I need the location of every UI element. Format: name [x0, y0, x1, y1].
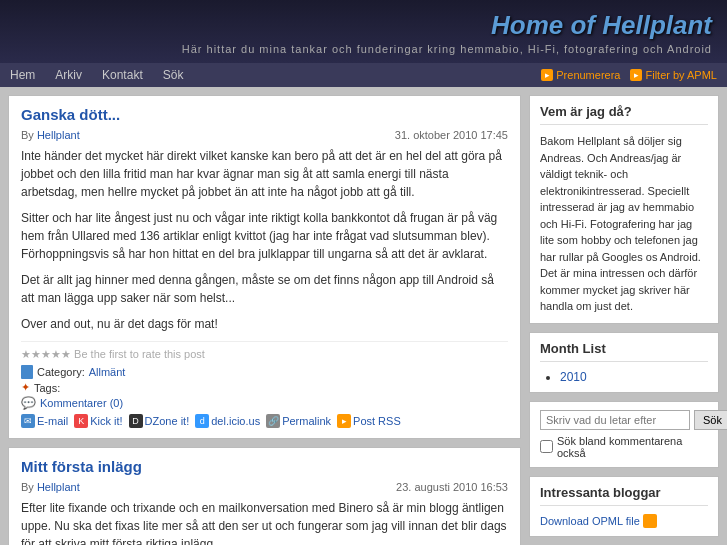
content-wrap: Ganska dött... By Hellplant 31. oktober … — [0, 87, 727, 545]
search-row: Sök — [540, 410, 708, 430]
sidebar: Vem är jag då? Bakom Hellplant så döljer… — [529, 95, 719, 545]
about-title: Vem är jag då? — [540, 104, 708, 125]
main-content: Ganska dött... By Hellplant 31. oktober … — [8, 95, 521, 545]
site-title: Home of Hellplant — [15, 10, 712, 41]
post-author-link-2[interactable]: Hellplant — [37, 481, 80, 493]
search-box: Sök Sök bland kommentarena också — [529, 401, 719, 468]
post-para-1-0: Inte händer det mycket här direkt vilket… — [21, 147, 508, 201]
nav-item-arkiv[interactable]: Arkiv — [45, 63, 92, 87]
permalink-label: Permalink — [282, 415, 331, 427]
delicious-label: del.icio.us — [211, 415, 260, 427]
permalink-icon: 🔗 — [266, 414, 280, 428]
comments-link-1[interactable]: Kommentarer (0) — [40, 397, 123, 409]
filter-apml-link[interactable]: ▸ Filter by APML — [630, 69, 717, 81]
search-comments-checkbox[interactable] — [540, 440, 553, 453]
category-link-1[interactable]: Allmänt — [89, 366, 126, 378]
interesting-blogs-title: Intressanta bloggar — [540, 485, 708, 506]
post-para-1-2: Det är allt jag hinner med denna gången,… — [21, 271, 508, 307]
download-opml-link[interactable]: Download OPML file — [540, 514, 708, 528]
post-author-1: By Hellplant — [21, 129, 80, 141]
star-icons: ★★★★★ — [21, 348, 71, 360]
search-checkbox-row: Sök bland kommentarena också — [540, 435, 708, 459]
email-link[interactable]: ✉ E-mail — [21, 414, 68, 428]
post-title-2[interactable]: Mitt första inlägg — [21, 458, 142, 475]
post-para-1-1: Sitter och har lite ångest just nu och v… — [21, 209, 508, 263]
category-label-1: Category: — [37, 366, 85, 378]
post-date-1: 31. oktober 2010 17:45 — [395, 129, 508, 141]
post-body-1: Inte händer det mycket här direkt vilket… — [21, 147, 508, 333]
kick-label: Kick it! — [90, 415, 122, 427]
post-meta-1: Ganska dött... — [21, 106, 508, 123]
tags-label-1: Tags: — [34, 382, 60, 394]
search-form: Sök Sök bland kommentarena också — [540, 410, 708, 459]
post-rss-link[interactable]: ▸ Post RSS — [337, 414, 401, 428]
post-body-2: Efter lite fixande och trixande och en m… — [21, 499, 508, 545]
month-list-box: Month List 2010 — [529, 332, 719, 393]
delicious-icon: d — [195, 414, 209, 428]
email-icon: ✉ — [21, 414, 35, 428]
download-opml-label: Download OPML file — [540, 515, 640, 527]
nav-item-hem[interactable]: Hem — [0, 63, 45, 87]
post-title-1[interactable]: Ganska dött... — [21, 106, 120, 123]
tags-icon: ✦ — [21, 381, 30, 394]
email-label: E-mail — [37, 415, 68, 427]
site-tagline: Här hittar du mina tankar och funderinga… — [15, 43, 712, 55]
kick-icon: K — [74, 414, 88, 428]
about-box: Vem är jag då? Bakom Hellplant så döljer… — [529, 95, 719, 324]
rating-text-1: Be the first to rate this post — [74, 348, 205, 360]
interesting-blogs-box: Intressanta bloggar Download OPML file — [529, 476, 719, 537]
category-icon — [21, 365, 33, 379]
dzone-link[interactable]: D DZone it! — [129, 414, 190, 428]
post-para-2-0: Efter lite fixande och trixande och en m… — [21, 499, 508, 545]
post-tags-1: ✦ Tags: — [21, 381, 508, 394]
post-author-link-1[interactable]: Hellplant — [37, 129, 80, 141]
post-ganska-dott: Ganska dött... By Hellplant 31. oktober … — [8, 95, 521, 439]
opml-icon — [643, 514, 657, 528]
post-author-date-2: By Hellplant 23. augusti 2010 16:53 — [21, 481, 508, 493]
dzone-label: DZone it! — [145, 415, 190, 427]
month-list-link-2010[interactable]: 2010 — [560, 370, 587, 384]
prenumerera-label: Prenumerera — [556, 69, 620, 81]
post-author-date-1: By Hellplant 31. oktober 2010 17:45 — [21, 129, 508, 141]
delicious-link[interactable]: d del.icio.us — [195, 414, 260, 428]
post-mitt-forsta: Mitt första inlägg By Hellplant 23. augu… — [8, 447, 521, 545]
month-list: 2010 — [540, 370, 708, 384]
search-comments-label: Sök bland kommentarena också — [557, 435, 708, 459]
nav-item-kontakt[interactable]: Kontakt — [92, 63, 153, 87]
header: Home of Hellplant Här hittar du mina tan… — [0, 0, 727, 63]
about-text: Bakom Hellplant så döljer sig Andreas. O… — [540, 133, 708, 315]
post-comments-1: 💬 Kommentarer (0) — [21, 396, 508, 410]
nav-right: ▸ Prenumerera ▸ Filter by APML — [541, 69, 727, 81]
post-footer-1: ★★★★★ Be the first to rate this post Cat… — [21, 341, 508, 428]
post-rating-1: ★★★★★ Be the first to rate this post — [21, 348, 508, 361]
navigation: Hem Arkiv Kontakt Sök ▸ Prenumerera ▸ Fi… — [0, 63, 727, 87]
post-rss-icon: ▸ — [337, 414, 351, 428]
comments-icon: 💬 — [21, 396, 36, 410]
post-date-2: 23. augusti 2010 16:53 — [396, 481, 508, 493]
nav-item-sok[interactable]: Sök — [153, 63, 194, 87]
rss-icon-filter: ▸ — [630, 69, 642, 81]
post-links-1: ✉ E-mail K Kick it! D DZone it! d — [21, 414, 508, 428]
post-para-1-3: Over and out, nu är det dags för mat! — [21, 315, 508, 333]
nav-left: Hem Arkiv Kontakt Sök — [0, 63, 193, 87]
prenumerera-link[interactable]: ▸ Prenumerera — [541, 69, 620, 81]
post-author-2: By Hellplant — [21, 481, 80, 493]
filter-apml-label: Filter by APML — [645, 69, 717, 81]
dzone-icon: D — [129, 414, 143, 428]
post-meta-2: Mitt första inlägg — [21, 458, 508, 475]
post-category-1: Category: Allmänt — [21, 365, 508, 379]
kick-link[interactable]: K Kick it! — [74, 414, 122, 428]
permalink-link[interactable]: 🔗 Permalink — [266, 414, 331, 428]
rss-icon-prenumerera: ▸ — [541, 69, 553, 81]
post-rss-label: Post RSS — [353, 415, 401, 427]
search-input[interactable] — [540, 410, 690, 430]
search-button[interactable]: Sök — [694, 410, 727, 430]
month-list-item-2010: 2010 — [560, 370, 708, 384]
month-list-title: Month List — [540, 341, 708, 362]
